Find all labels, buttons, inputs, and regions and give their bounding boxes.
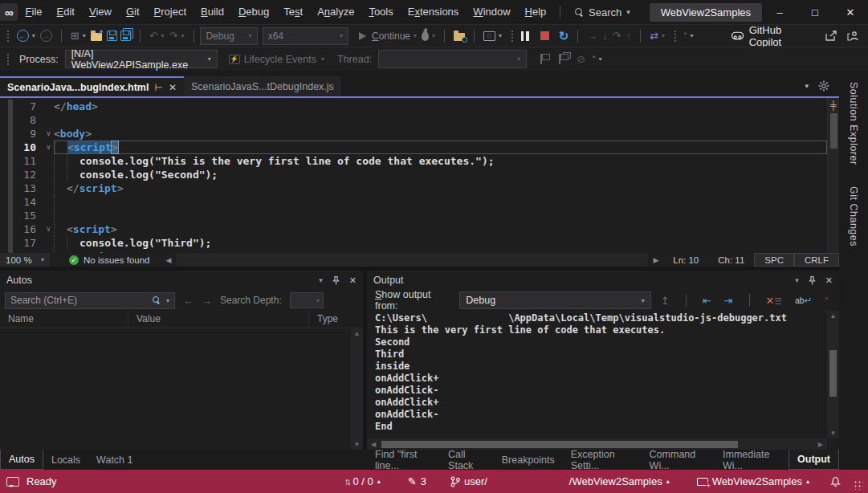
editor-horizontal-scrollbar[interactable] xyxy=(176,253,648,267)
next-message-icon[interactable]: ⇥ xyxy=(721,295,736,307)
column-header-type[interactable]: Type xyxy=(309,311,363,328)
navigate-forward-button[interactable]: → xyxy=(38,26,55,46)
process-dropdown[interactable]: [N/A] WebView2APISample.exe▾ xyxy=(65,50,218,68)
column-header-value[interactable]: Value xyxy=(128,311,309,328)
scrollbar-thumb[interactable] xyxy=(830,113,837,149)
menu-view[interactable]: View xyxy=(82,0,119,24)
toolbar-grip[interactable] xyxy=(511,30,514,43)
resize-grip[interactable] xyxy=(854,480,863,490)
code-line-13[interactable]: 13</script> xyxy=(0,181,827,195)
redo-button[interactable]: ↷▾ xyxy=(167,26,187,46)
stop-debugging-button[interactable] xyxy=(538,26,552,46)
panel-tab-autos[interactable]: Autos xyxy=(0,450,43,470)
open-file-button[interactable]: ↗ xyxy=(88,26,104,46)
close-panel-icon[interactable]: ✕ xyxy=(349,275,357,286)
panel-tab-call-stack[interactable]: Call Stack xyxy=(440,450,494,470)
editor-vertical-scrollbar[interactable]: ╪ xyxy=(827,98,839,253)
notifications-button[interactable] xyxy=(822,476,849,487)
line-ending-indicator[interactable]: CRLF xyxy=(794,253,839,267)
show-next-statement-button[interactable]: → xyxy=(585,26,600,46)
share-button[interactable] xyxy=(823,26,840,46)
lifecycle-events-label[interactable]: Lifecycle Events xyxy=(244,54,316,65)
toolbar-grip[interactable] xyxy=(6,53,10,66)
panel-tab-breakpoints[interactable]: Breakpoints xyxy=(494,450,563,470)
minimize-button[interactable]: – xyxy=(762,0,797,24)
fold-chevron-icon[interactable]: ∨ xyxy=(43,127,54,141)
sync-status-button[interactable]: ↑↓ 0 / 0 ▴ xyxy=(336,475,389,487)
menu-project[interactable]: Project xyxy=(147,0,194,24)
tab-list-chevron-icon[interactable]: ▾ xyxy=(805,82,809,90)
panel-tab-locals[interactable]: Locals xyxy=(43,450,88,470)
code-line-9[interactable]: 9∨<body> xyxy=(0,127,827,141)
output-vertical-scrollbar[interactable]: ▲ ▼ xyxy=(827,311,839,438)
menu-test[interactable]: Test xyxy=(276,0,310,24)
live-share-button[interactable] xyxy=(845,26,862,46)
undo-button[interactable]: ↶▾ xyxy=(147,26,167,46)
save-button[interactable] xyxy=(104,26,120,46)
search-depth-dropdown[interactable]: ▾ xyxy=(290,292,324,308)
side-tab-git-changes[interactable]: Git Changes xyxy=(848,186,859,246)
maximize-button[interactable]: □ xyxy=(797,0,833,24)
menu-debug[interactable]: Debug xyxy=(231,0,276,24)
pending-edits-button[interactable]: ✎ 3 xyxy=(400,475,434,487)
indentation-indicator[interactable]: SPC xyxy=(754,253,794,267)
panel-tab-watch-1[interactable]: Watch 1 xyxy=(88,450,141,470)
feedback-icon[interactable] xyxy=(6,477,19,487)
menu-extensions[interactable]: Extensions xyxy=(401,0,467,24)
toolbar-overflow-icon[interactable]: ʺ xyxy=(821,296,831,305)
side-tab-solution-explorer[interactable]: Solution Explorer xyxy=(848,82,859,165)
navigate-back-button[interactable]: ←▾ xyxy=(14,26,38,46)
menu-build[interactable]: Build xyxy=(194,0,231,24)
panel-tab-command-wi-[interactable]: Command Wi... xyxy=(642,450,715,470)
panel-tab-exception-setti-[interactable]: Exception Setti... xyxy=(563,450,642,470)
menu-analyze[interactable]: Analyze xyxy=(310,0,361,24)
jump-to-message-icon[interactable]: ↥ xyxy=(658,295,673,307)
previous-message-icon[interactable]: ⇤ xyxy=(699,295,715,307)
step-over-button[interactable]: ↷ xyxy=(610,26,624,46)
document-tab-0[interactable]: ScenarioJava...bugIndex.html⊢✕ xyxy=(0,76,184,96)
toolbar-grip[interactable] xyxy=(674,30,677,43)
search-forward-arrow[interactable]: → xyxy=(202,295,212,307)
zoom-level-dropdown[interactable]: 100 %▾ xyxy=(0,253,50,267)
close-tab-icon[interactable]: ✕ xyxy=(169,82,177,93)
autos-vertical-scrollbar[interactable]: ▲ ▼ xyxy=(351,328,363,450)
find-in-files-button[interactable] xyxy=(451,26,467,46)
code-line-12[interactable]: 12console.log("Second"); xyxy=(0,168,827,181)
search-control[interactable]: Search ▾ xyxy=(567,6,638,18)
close-panel-icon[interactable]: ✕ xyxy=(825,275,833,286)
menu-file[interactable]: File xyxy=(18,0,50,24)
toolbar-grip[interactable] xyxy=(6,30,10,43)
save-all-button[interactable] xyxy=(120,26,133,46)
code-line-8[interactable]: 8 xyxy=(0,113,827,127)
word-wrap-icon[interactable]: ab↵ xyxy=(792,295,815,306)
scroll-right-arrow[interactable]: ▶ xyxy=(648,256,663,264)
breakpoint-tools-button[interactable]: ⇄▾ xyxy=(647,26,667,46)
break-all-button[interactable] xyxy=(519,26,532,46)
window-position-chevron-icon[interactable]: ▾ xyxy=(319,276,323,284)
branch-button[interactable]: user/ /WebView2Samples ▴ xyxy=(442,475,678,487)
code-line-17[interactable]: 17console.log("Third"); xyxy=(0,236,827,250)
toolbar-overflow-button[interactable]: ʺ▾ xyxy=(590,50,605,69)
close-button[interactable]: ✕ xyxy=(833,0,868,24)
menu-git[interactable]: Git xyxy=(119,0,147,24)
solution-platform-dropdown[interactable]: x64▾ xyxy=(263,27,348,45)
search-back-arrow[interactable]: ← xyxy=(183,295,194,307)
flag-multi-icon[interactable] xyxy=(558,54,567,64)
menu-help[interactable]: Help xyxy=(518,0,554,24)
code-line-16[interactable]: 16∨<script> xyxy=(0,222,827,236)
flag-icon[interactable] xyxy=(540,54,548,64)
thread-dropdown[interactable]: ▾ xyxy=(378,50,527,68)
fold-chevron-icon[interactable]: ∨ xyxy=(43,141,54,154)
pin-icon[interactable] xyxy=(332,276,340,285)
column-header-name[interactable]: Name xyxy=(0,311,128,328)
code-editor[interactable]: 7</head>89∨<body>10∨<script>11console.lo… xyxy=(0,98,839,253)
menu-edit[interactable]: Edit xyxy=(50,0,82,24)
code-line-11[interactable]: 11console.log("This is the very first li… xyxy=(0,154,827,168)
menu-tools[interactable]: Tools xyxy=(361,0,400,24)
code-line-15[interactable]: 15 xyxy=(0,209,827,222)
step-into-button[interactable]: ↓ xyxy=(600,26,610,46)
panel-tab-output[interactable]: Output xyxy=(789,450,839,470)
continue-button[interactable]: Continue ▾ xyxy=(357,26,419,46)
scroll-left-arrow[interactable]: ◀ xyxy=(161,256,176,264)
pin-icon[interactable] xyxy=(809,276,816,285)
